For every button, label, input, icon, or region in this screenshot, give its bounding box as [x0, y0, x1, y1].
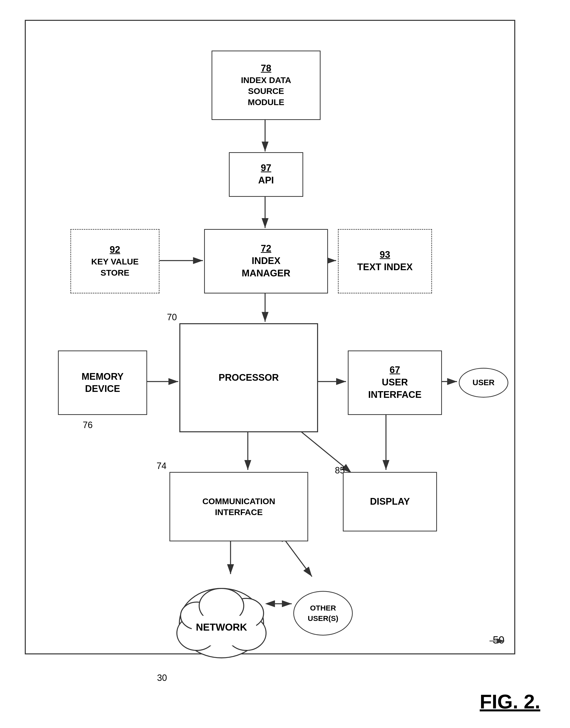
communication-interface-label: COMMUNICATIONINTERFACE — [202, 496, 275, 518]
api-label: API — [258, 174, 274, 186]
display-label: DISPLAY — [370, 496, 410, 508]
memory-device-box: MEMORYDEVICE — [58, 351, 147, 415]
svg-text:NETWORK: NETWORK — [196, 622, 247, 632]
index-data-source-box: 78 INDEX DATASOURCEMODULE — [212, 50, 321, 120]
user-interface-box: 67 USERINTERFACE — [348, 351, 442, 415]
processor-label: PROCESSOR — [219, 372, 279, 384]
user-label: USER — [473, 377, 495, 388]
index-data-source-number: 78 — [261, 63, 271, 73]
key-value-store-number: 92 — [110, 244, 120, 255]
text-index-number: 93 — [380, 249, 390, 260]
index-manager-box: 72 INDEXMANAGER — [204, 229, 328, 294]
ref-50-arrow — [465, 628, 514, 654]
page: 78 INDEX DATASOURCEMODULE 97 API 92 KEY … — [0, 0, 570, 728]
api-number: 97 — [261, 163, 271, 173]
api-box: 97 API — [229, 152, 303, 197]
index-data-source-label: INDEX DATASOURCEMODULE — [241, 74, 291, 108]
ref-74: 74 — [157, 461, 167, 471]
svg-line-17 — [285, 540, 312, 576]
other-users-label: OTHERUSER(S) — [308, 603, 338, 624]
text-index-label: TEXT INDEX — [357, 261, 413, 273]
other-users-oval: OTHERUSER(S) — [293, 591, 353, 635]
user-oval: USER — [459, 368, 508, 398]
text-index-box: 93 TEXT INDEX — [338, 229, 432, 294]
user-interface-number: 67 — [390, 365, 400, 375]
processor-box: PROCESSOR — [179, 323, 318, 432]
user-interface-label: USERINTERFACE — [368, 376, 421, 401]
key-value-store-label: KEY VALUESTORE — [91, 256, 138, 278]
key-value-store-box: 92 KEY VALUESTORE — [70, 229, 160, 294]
network-cloud: NETWORK — [165, 571, 288, 670]
memory-device-label: MEMORYDEVICE — [81, 371, 123, 395]
index-manager-number: 72 — [261, 243, 271, 254]
ref-76: 76 — [83, 420, 93, 430]
communication-interface-box: COMMUNICATIONINTERFACE — [170, 472, 308, 541]
display-box: DISPLAY — [343, 472, 437, 531]
figure-label: FIG. 2. — [480, 690, 541, 713]
ref-30: 30 — [157, 673, 167, 683]
ref-70: 70 — [167, 312, 177, 323]
diagram-border: 78 INDEX DATASOURCEMODULE 97 API 92 KEY … — [25, 20, 515, 655]
figure-label-text: FIG. 2. — [480, 691, 541, 713]
index-manager-label: INDEXMANAGER — [242, 255, 290, 280]
